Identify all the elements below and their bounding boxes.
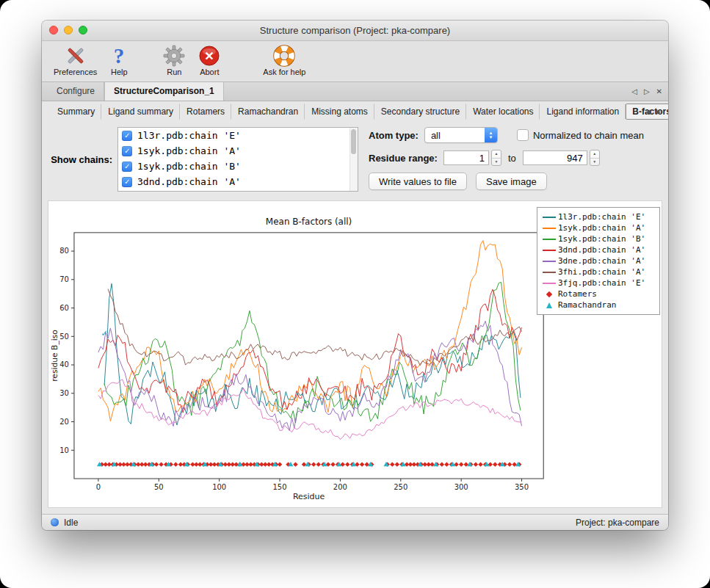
svg-text:250: 250 xyxy=(394,483,407,491)
svg-text:100: 100 xyxy=(212,483,226,491)
legend-line-swatch xyxy=(543,272,556,273)
svg-text:20: 20 xyxy=(59,418,69,426)
svg-text:150: 150 xyxy=(273,483,287,491)
subtab-rotamers[interactable]: Rotamers xyxy=(180,104,231,120)
svg-text:10: 10 xyxy=(59,446,69,454)
toolbar-help-button[interactable]: ?Help xyxy=(110,44,128,76)
subtab-missing-atoms[interactable]: Missing atoms xyxy=(305,104,374,120)
toolbar-ask-for-help-button[interactable]: Ask for help xyxy=(263,44,305,76)
chain-label: 1l3r.pdb:chain 'E' xyxy=(137,130,241,141)
status-indicator-icon xyxy=(51,518,59,526)
toolbar: Preferences?HelpRun✕AbortAsk for help xyxy=(42,41,668,82)
subtab-secondary-structure[interactable]: Secondary structure xyxy=(374,104,466,120)
window-title: Structure comparison (Project: pka-compa… xyxy=(260,25,450,36)
chain-label: 1syk.pdb:chain 'B' xyxy=(137,161,241,172)
svg-text:✕: ✕ xyxy=(205,50,214,62)
chart-annotation: ✓ xyxy=(101,328,108,338)
to-label: to xyxy=(508,153,516,164)
traffic-lights xyxy=(49,26,87,35)
subtab-summary[interactable]: Summary xyxy=(51,104,101,120)
legend-item: 1syk.pdb:chain 'B' xyxy=(540,233,656,244)
tab-structurecomparison-1[interactable]: StructureComparison_1 xyxy=(104,82,224,101)
svg-text:70: 70 xyxy=(59,275,69,283)
residue-range-label: Residue range: xyxy=(369,153,438,164)
app-window: Structure comparison (Project: pka-compa… xyxy=(42,21,668,530)
subtab-water-locations[interactable]: Water locations xyxy=(466,104,540,120)
legend-item: 3dnd.pdb:chain 'A' xyxy=(540,244,656,255)
atom-type-label: Atom type: xyxy=(369,130,419,141)
residue-from-input[interactable] xyxy=(443,150,489,165)
svg-text:0: 0 xyxy=(96,483,101,491)
svg-text:50: 50 xyxy=(59,333,69,341)
normalized-checkbox[interactable] xyxy=(517,129,529,141)
zoom-window-button[interactable] xyxy=(79,26,87,35)
scroll-subtabs-right-icon[interactable]: ▶ xyxy=(656,108,661,115)
desktop-background: Structure comparison (Project: pka-compa… xyxy=(0,0,710,588)
help-icon: ? xyxy=(110,44,128,67)
scroll-subtabs-left-icon[interactable]: ◀ xyxy=(645,108,651,115)
status-bar: Idle Project: pka-compare xyxy=(42,514,668,530)
chart-legend: 1l3r.pdb:chain 'E'1syk.pdb:chain 'A'1syk… xyxy=(537,207,660,315)
prev-tab-icon[interactable]: ◁ xyxy=(631,87,637,95)
popup-arrows-icon: ▲▼ xyxy=(485,128,497,142)
legend-item: Rotamers xyxy=(540,288,656,300)
normalized-label: Normalized to chain mean xyxy=(533,130,644,141)
svg-text:200: 200 xyxy=(333,483,347,491)
chain-checkbox[interactable]: ✓ xyxy=(122,177,132,187)
legend-line-swatch xyxy=(543,239,556,240)
svg-text:80: 80 xyxy=(59,247,69,255)
chain-row: ✓3dnd.pdb:chain 'A' xyxy=(118,174,358,189)
save-image-button[interactable]: Save image xyxy=(476,173,547,190)
svg-text:40: 40 xyxy=(59,361,69,369)
controls-panel: Show chains: ✓1l3r.pdb:chain 'E'✓1syk.pd… xyxy=(42,121,668,199)
toolbar-run-button[interactable]: Run xyxy=(163,44,185,76)
preferences-icon xyxy=(65,44,87,67)
legend-line-swatch xyxy=(543,250,556,251)
residue-to-input[interactable] xyxy=(523,150,587,165)
legend-item: Ramachandran xyxy=(540,300,656,311)
subtab-bar: SummaryLigand summaryRotamersRamachandra… xyxy=(42,101,668,121)
subtab-ramachandran[interactable]: Ramachandran xyxy=(231,104,305,120)
next-tab-icon[interactable]: ▷ xyxy=(644,87,650,95)
chart-title: Mean B-factors (all) xyxy=(266,217,352,227)
chart-panel: ✓0501001502002503003501020304050607080Me… xyxy=(48,200,662,508)
atom-type-select[interactable]: all ▲▼ xyxy=(424,127,498,143)
toolbar-abort-button[interactable]: ✕Abort xyxy=(198,44,220,76)
atom-type-value: all xyxy=(425,130,485,141)
chain-checkbox[interactable]: ✓ xyxy=(122,146,132,156)
subtab-nav: ◀▶ xyxy=(645,108,661,115)
subtab-ligand-information[interactable]: Ligand information xyxy=(540,104,626,120)
rotamers-marker-icon xyxy=(546,291,552,297)
chains-list-scrollbar[interactable] xyxy=(349,128,358,191)
residue-from-stepper[interactable]: ▲▼ xyxy=(491,150,501,166)
chains-list-scrollbar-thumb[interactable] xyxy=(351,129,356,154)
legend-item: 3fjq.pdb:chain 'E' xyxy=(540,277,656,288)
run-icon xyxy=(163,44,185,67)
write-values-button[interactable]: Write values to file xyxy=(369,173,467,190)
svg-text:30: 30 xyxy=(59,389,69,397)
show-chains-label: Show chains: xyxy=(46,154,117,165)
residue-to-stepper[interactable]: ▲▼ xyxy=(590,150,600,166)
chain-row: ✓1syk.pdb:chain 'B' xyxy=(118,159,358,174)
toolbar-preferences-button[interactable]: Preferences xyxy=(54,44,97,76)
svg-text:300: 300 xyxy=(454,483,468,491)
close-tab-icon[interactable]: ✕ xyxy=(656,87,662,95)
abort-icon: ✕ xyxy=(198,44,220,67)
subtab-ligand-summary[interactable]: Ligand summary xyxy=(101,104,180,120)
chain-checkbox[interactable]: ✓ xyxy=(122,131,132,141)
legend-line-swatch xyxy=(543,217,556,218)
close-window-button[interactable] xyxy=(49,26,58,35)
chain-checkbox[interactable]: ✓ xyxy=(122,161,132,172)
tab-configure[interactable]: Configure xyxy=(48,82,104,101)
svg-text:350: 350 xyxy=(515,483,529,491)
chart-ylabel: residue B_iso xyxy=(50,330,59,382)
chain-label: 3dnd.pdb:chain 'A' xyxy=(137,176,241,187)
chains-list[interactable]: ✓1l3r.pdb:chain 'E'✓1syk.pdb:chain 'A'✓1… xyxy=(117,127,358,192)
legend-item: 3dne.pdb:chain 'A' xyxy=(540,255,656,266)
legend-line-swatch xyxy=(543,228,556,229)
svg-text:50: 50 xyxy=(154,483,164,491)
chart-xlabel: Residue xyxy=(293,492,325,501)
minimize-window-button[interactable] xyxy=(64,26,73,35)
chain-label: 1syk.pdb:chain 'A' xyxy=(137,145,241,156)
title-bar[interactable]: Structure comparison (Project: pka-compa… xyxy=(42,21,668,41)
